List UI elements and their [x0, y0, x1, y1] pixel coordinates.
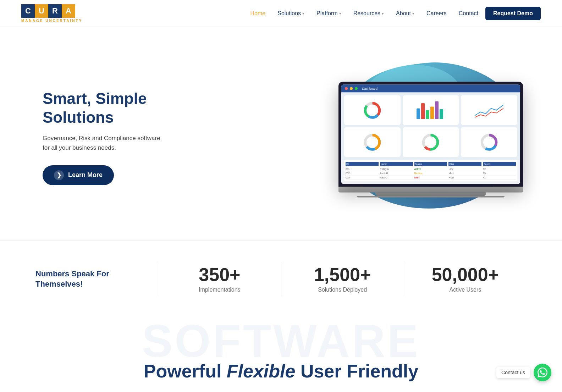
logo[interactable]: C U R A MANAGE UNCERTAINTY: [21, 4, 82, 23]
laptop-mockup: Dashboard: [338, 82, 523, 198]
whatsapp-button[interactable]: [534, 364, 551, 381]
bar-4: [430, 107, 434, 119]
stats-section: Numbers Speak For Themselves! 350+ Imple…: [0, 240, 562, 318]
laptop-screen-content: Dashboard: [341, 85, 520, 184]
logo-letter-r: R: [48, 4, 62, 18]
arrow-right-icon: ❯: [54, 170, 64, 180]
stat-number-3: 50,000+: [404, 265, 527, 284]
contact-float: Contact us: [496, 364, 551, 381]
laptop-base: [338, 187, 523, 193]
nav-home[interactable]: Home: [246, 7, 271, 20]
line-chart: [475, 101, 503, 119]
logo-letter-u: U: [35, 4, 48, 18]
chevron-down-icon: ▾: [302, 11, 304, 16]
hero-subtitle: Governance, Risk and Compliance software…: [43, 133, 213, 153]
screen-data-table: ID Name Status Risk Score 001 Policy A A…: [344, 160, 517, 181]
donut-chart-2: [363, 132, 382, 152]
stat-solutions: 1,500+ Solutions Deployed: [281, 262, 404, 297]
hero-visual: Dashboard: [321, 49, 541, 226]
chart-card-6: [461, 127, 517, 157]
hero-title: Smart, Simple Solutions: [43, 89, 213, 127]
table-row-1: 001 Policy A Active Low 92: [346, 167, 516, 171]
donut-chart-1: [363, 100, 382, 120]
table-row-2: 002 Audit B Review Med 75: [346, 171, 516, 176]
screen-dot-yellow: [350, 87, 353, 90]
nav-careers[interactable]: Careers: [422, 7, 452, 20]
bar-6: [440, 109, 443, 119]
watermark-text: SOFTWARE: [142, 318, 420, 364]
contact-label: Contact us: [496, 367, 530, 378]
chart-card-1: [344, 95, 401, 125]
nav-solutions[interactable]: Solutions▾: [272, 7, 309, 20]
nav-menu: Home Solutions▾ Platform▾ Resources▾ Abo…: [246, 7, 541, 20]
nav-contact[interactable]: Contact: [454, 7, 483, 20]
stats-headline: Numbers Speak For Themselves!: [35, 269, 158, 289]
bar-3: [426, 110, 429, 119]
logo-subtitle: MANAGE UNCERTAINTY: [21, 19, 82, 23]
table-row-3: 003 Risk C Alert High 41: [346, 176, 516, 180]
stat-desc-3: Active Users: [404, 287, 527, 293]
screen-dot-red: [345, 87, 348, 90]
chevron-down-icon: ▾: [412, 11, 414, 16]
chart-card-5: [403, 127, 459, 157]
stat-number-2: 1,500+: [281, 265, 404, 284]
chart-card-3: [461, 95, 517, 125]
stats-label: Numbers Speak For Themselves!: [35, 269, 158, 289]
donut-chart-4: [479, 132, 499, 152]
hero-section: Smart, Simple Solutions Governance, Risk…: [0, 27, 562, 240]
request-demo-button[interactable]: Request Demo: [485, 7, 541, 20]
flexible-label: Flexible: [227, 361, 296, 381]
logo-letter-a: A: [62, 4, 75, 18]
bottom-section: SOFTWARE Powerful Flexible User Friendly: [0, 318, 562, 392]
nav-about[interactable]: About▾: [391, 7, 419, 20]
chevron-down-icon: ▾: [382, 11, 384, 16]
screen-header-bar: Dashboard: [341, 85, 520, 93]
stat-number-1: 350+: [158, 265, 281, 284]
learn-more-label: Learn More: [68, 171, 103, 179]
bottom-headline: Powerful Flexible User Friendly: [21, 360, 541, 382]
laptop-screen-frame: Dashboard: [338, 82, 523, 187]
stat-users: 50,000+ Active Users: [404, 262, 527, 297]
navbar: C U R A MANAGE UNCERTAINTY Home Solution…: [0, 0, 562, 27]
stat-desc-2: Solutions Deployed: [281, 287, 404, 293]
donut-chart-3: [421, 132, 440, 152]
screen-title: Dashboard: [362, 87, 378, 90]
bar-1: [417, 109, 420, 119]
chart-card-4: [344, 127, 401, 157]
bar-chart: [417, 101, 445, 119]
stat-desc-1: Implementations: [158, 287, 281, 293]
bar-5: [435, 101, 439, 119]
whatsapp-icon: [538, 368, 547, 377]
laptop-foot: [357, 196, 505, 198]
chart-card-2: [403, 95, 459, 125]
learn-more-button[interactable]: ❯ Learn More: [43, 165, 114, 185]
dashboard-charts: [341, 93, 520, 160]
stat-implementations: 350+ Implementations: [158, 262, 281, 297]
chevron-down-icon: ▾: [339, 11, 341, 16]
hero-content: Smart, Simple Solutions Governance, Risk…: [43, 89, 213, 185]
bar-2: [421, 103, 425, 119]
laptop-stand: [375, 193, 486, 196]
logo-letter-c: C: [21, 4, 35, 18]
table-row-header: ID Name Status Risk Score: [346, 161, 516, 167]
nav-resources[interactable]: Resources▾: [348, 7, 389, 20]
nav-platform[interactable]: Platform▾: [312, 7, 346, 20]
screen-dot-green: [355, 87, 358, 90]
